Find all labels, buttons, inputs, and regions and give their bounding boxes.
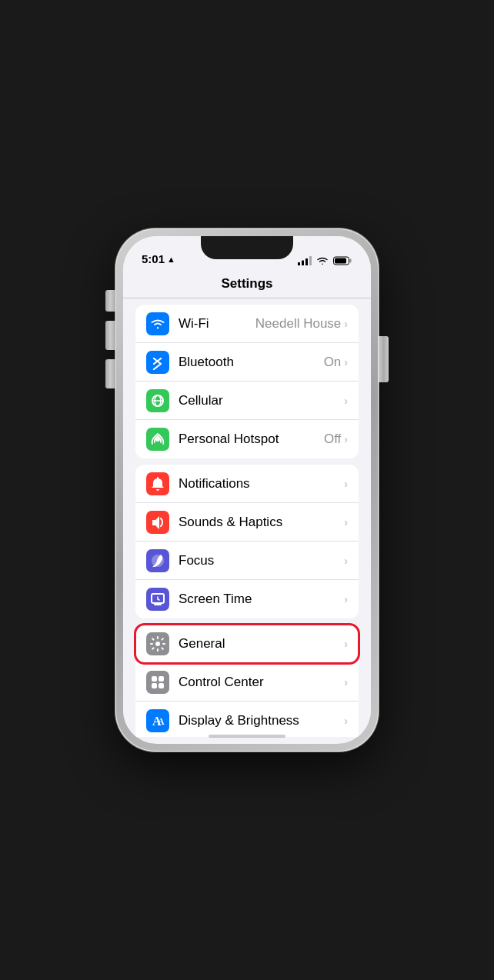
location-icon: ▲	[167, 255, 175, 264]
settings-item-controlcenter[interactable]: Control Center ›	[135, 663, 359, 702]
phone-frame: 5:01 ▲	[115, 228, 379, 752]
wifi-icon	[316, 256, 329, 265]
notifications-icon	[146, 472, 169, 495]
settings-item-focus[interactable]: Focus ›	[135, 542, 359, 580]
hotspot-value: Off	[324, 432, 341, 447]
screentime-icon	[146, 588, 169, 611]
screentime-label: Screen Time	[179, 592, 344, 607]
wifi-value: Needell House	[255, 316, 342, 332]
settings-item-cellular[interactable]: Cellular ›	[135, 382, 359, 420]
cellular-chevron: ›	[344, 395, 348, 407]
section-connectivity: Wi-Fi Needell House › Bluetooth On ›	[135, 305, 359, 458]
screentime-chevron: ›	[344, 593, 348, 605]
svg-rect-6	[335, 258, 346, 264]
svg-rect-16	[159, 676, 164, 682]
focus-chevron: ›	[344, 555, 348, 567]
wifi-chevron: ›	[344, 318, 348, 330]
settings-item-screentime[interactable]: Screen Time ›	[135, 580, 359, 618]
time-label: 5:01	[142, 252, 165, 265]
svg-rect-3	[309, 256, 312, 265]
silent-switch[interactable]	[105, 290, 115, 312]
svg-rect-17	[152, 683, 157, 688]
controlcenter-label: Control Center	[179, 675, 344, 690]
status-right	[298, 256, 352, 265]
svg-text:A: A	[158, 716, 165, 727]
cellular-icon	[146, 389, 169, 412]
settings-item-notifications[interactable]: Notifications ›	[135, 465, 359, 503]
volume-down-button[interactable]	[105, 359, 115, 388]
power-button[interactable]	[379, 336, 389, 382]
focus-icon	[146, 549, 169, 572]
settings-item-general[interactable]: General ›	[135, 625, 359, 663]
notifications-chevron: ›	[344, 478, 348, 490]
home-indicator	[209, 735, 285, 738]
general-chevron: ›	[344, 638, 348, 650]
hotspot-icon	[146, 428, 169, 451]
notifications-label: Notifications	[179, 476, 344, 492]
svg-rect-15	[152, 676, 157, 682]
svg-rect-2	[305, 258, 308, 265]
wifi-settings-icon	[146, 312, 169, 335]
volume-up-button[interactable]	[105, 321, 115, 350]
svg-rect-0	[298, 262, 300, 265]
notch	[201, 236, 293, 259]
section-notifications: Notifications › Sounds & Haptics ›	[135, 465, 359, 618]
svg-rect-18	[159, 683, 164, 688]
settings-item-bluetooth[interactable]: Bluetooth On ›	[135, 343, 359, 382]
wifi-label: Wi-Fi	[179, 316, 255, 332]
controlcenter-icon	[146, 671, 169, 694]
svg-rect-1	[302, 261, 304, 266]
focus-label: Focus	[179, 553, 344, 568]
hotspot-chevron: ›	[344, 433, 348, 445]
section-display: General › Control Center ›	[135, 625, 359, 737]
signal-icon	[298, 256, 312, 265]
settings-list[interactable]: Wi-Fi Needell House › Bluetooth On ›	[123, 298, 371, 737]
display-icon: A A	[146, 709, 169, 732]
sounds-label: Sounds & Haptics	[179, 515, 344, 530]
bluetooth-icon	[146, 351, 169, 374]
nav-bar: Settings	[123, 270, 371, 298]
page-title: Settings	[221, 276, 272, 291]
status-time: 5:01 ▲	[142, 252, 175, 265]
sounds-icon	[146, 511, 169, 534]
display-label: Display & Brightness	[179, 713, 344, 728]
settings-item-hotspot[interactable]: Personal Hotspot Off ›	[135, 420, 359, 458]
settings-item-display[interactable]: A A Display & Brightness ›	[135, 702, 359, 737]
display-chevron: ›	[344, 715, 348, 727]
settings-item-wifi[interactable]: Wi-Fi Needell House ›	[135, 305, 359, 343]
bluetooth-value: On	[324, 355, 342, 370]
phone-screen: 5:01 ▲	[123, 236, 371, 744]
general-label: General	[179, 636, 344, 652]
controlcenter-chevron: ›	[344, 676, 348, 688]
general-icon	[146, 632, 169, 655]
bluetooth-chevron: ›	[344, 356, 348, 368]
cellular-label: Cellular	[179, 393, 341, 408]
bluetooth-label: Bluetooth	[179, 355, 324, 370]
svg-rect-5	[350, 259, 352, 263]
svg-point-14	[155, 642, 160, 646]
hotspot-label: Personal Hotspot	[179, 432, 324, 447]
battery-icon	[333, 256, 352, 265]
sounds-chevron: ›	[344, 516, 348, 528]
settings-item-sounds[interactable]: Sounds & Haptics ›	[135, 503, 359, 542]
